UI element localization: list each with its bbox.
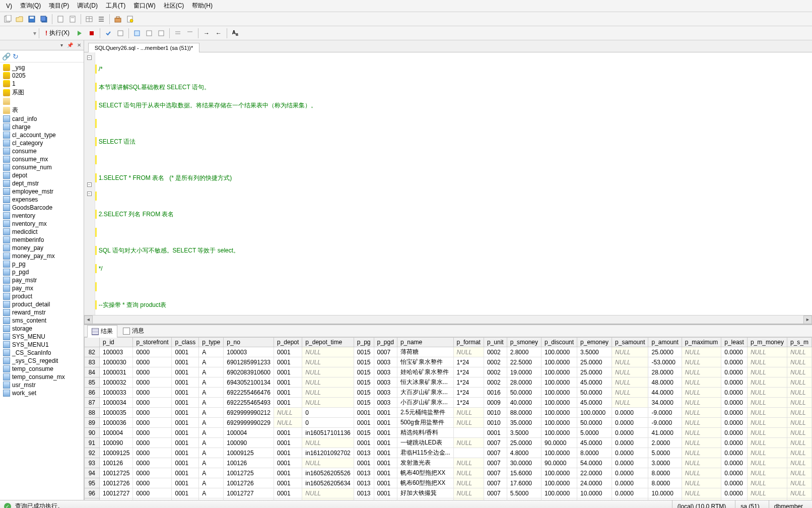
tree-item[interactable]: pay_mx xyxy=(0,284,84,292)
tree-item[interactable]: p_pg xyxy=(0,260,84,268)
table-row[interactable]: 9310012600000001A1001260001NULL00010001发… xyxy=(84,458,811,468)
table-row[interactable]: 8210000300000001A1000030001NULL00150007薄… xyxy=(84,347,811,357)
tree-item[interactable]: work_set xyxy=(0,389,84,397)
tree-item[interactable]: pay_mstr xyxy=(0,276,84,284)
tree-item[interactable]: charge xyxy=(0,123,84,131)
save-all-icon[interactable] xyxy=(38,14,49,25)
tree-item[interactable]: cl_category xyxy=(0,139,84,147)
tree-item[interactable]: 0205 xyxy=(0,72,84,80)
column-header[interactable]: p_s_m xyxy=(787,338,811,347)
column-header[interactable]: p_discount xyxy=(542,338,577,347)
table-row[interactable]: 87100003400000001A69222554654930001NULL0… xyxy=(84,398,811,408)
menu-view[interactable]: V) xyxy=(2,1,16,11)
results-grid[interactable]: p_idp_storefrontp_classp_typep_nop_depot… xyxy=(84,337,812,500)
refresh-icon[interactable]: ↻ xyxy=(13,52,19,60)
table-row[interactable]: 9110009000000001A1000900001NULL00010001一… xyxy=(84,438,811,448)
tree-item[interactable]: card_info xyxy=(0,115,84,123)
tree-item[interactable]: reward_mstr xyxy=(0,308,84,316)
stop-icon[interactable] xyxy=(86,28,97,39)
sql-editor[interactable]: − − − /* 本节课讲解SQL基础教程 SELECT 语句。 SELECT … xyxy=(84,52,812,315)
menu-tools[interactable]: 工具(T) xyxy=(102,0,129,12)
table-row[interactable]: 9010000400000001A1000040001in16051710113… xyxy=(84,428,811,438)
doc2-icon[interactable] xyxy=(67,14,78,25)
menu-window[interactable]: 窗口(W) xyxy=(129,0,159,12)
table-row[interactable]: 84100003100000001A69020839106000001NULL0… xyxy=(84,367,811,377)
results-text-icon[interactable] xyxy=(144,28,155,39)
object-tree[interactable]: _ysg02051系图表card_infochargecl_account_ty… xyxy=(0,62,84,500)
tree-item[interactable]: nventory xyxy=(0,212,84,220)
tree-item[interactable]: money_pay_mx xyxy=(0,252,84,260)
tree-item[interactable]: p_pgd xyxy=(0,268,84,276)
results-file-icon[interactable] xyxy=(156,28,167,39)
column-header[interactable]: p_class xyxy=(172,338,199,347)
debug-play-icon[interactable] xyxy=(74,28,85,39)
tree-item[interactable]: memberinfo xyxy=(0,236,84,244)
messages-tab[interactable]: 消息 xyxy=(118,325,149,337)
tree-item[interactable]: sms_content xyxy=(0,316,84,325)
table-row[interactable]: 951001272600000001A100127260001in1605262… xyxy=(84,478,811,488)
tree-item[interactable]: temp_consume xyxy=(0,365,84,373)
tree-item[interactable]: dept_mstr xyxy=(0,179,84,187)
column-header[interactable] xyxy=(84,338,99,347)
execute-button[interactable]: ! 执行(X) xyxy=(42,27,73,39)
results-tab[interactable]: 结果 xyxy=(87,325,117,338)
doc-icon[interactable] xyxy=(55,14,66,25)
comment-icon[interactable] xyxy=(172,28,183,39)
new-query-icon[interactable] xyxy=(2,14,13,25)
tree-item[interactable]: expenses xyxy=(0,196,84,204)
table-row[interactable]: 89100003600000001A6929999990229NULL00001… xyxy=(84,418,811,428)
tree-item[interactable]: money_pay xyxy=(0,244,84,252)
table-row[interactable]: 941001272500000001A100127250001in1605262… xyxy=(84,468,811,478)
column-header[interactable]: p_smoney xyxy=(507,338,541,347)
tree-item[interactable]: SYS_MENU xyxy=(0,333,84,341)
open-icon[interactable] xyxy=(14,14,25,25)
specify-values-icon[interactable]: AB xyxy=(230,28,241,39)
column-header[interactable]: p_pg xyxy=(354,338,374,347)
close-panel-icon[interactable]: ✕ xyxy=(76,42,83,48)
column-header[interactable]: p_name xyxy=(397,338,453,347)
menu-debug[interactable]: 调试(D) xyxy=(73,0,102,12)
tree-item[interactable]: depot xyxy=(0,171,84,179)
table-row[interactable]: 85100003200000001A69430521001340001NULL0… xyxy=(84,377,811,388)
indent-icon[interactable]: → xyxy=(201,28,212,39)
table-row[interactable]: 83100003000000001A69012859912330001NULL0… xyxy=(84,357,811,367)
column-header[interactable]: p_type xyxy=(199,338,224,347)
column-header[interactable]: p_format xyxy=(453,338,484,347)
plan-icon[interactable] xyxy=(115,28,126,39)
table-icon[interactable] xyxy=(84,14,95,25)
column-header[interactable]: p_no xyxy=(224,338,274,347)
connect-icon[interactable]: 🔗 xyxy=(2,52,11,60)
column-header[interactable]: p_amount xyxy=(648,338,682,347)
editor-hscroll[interactable]: ◄► xyxy=(84,315,812,324)
table-row[interactable]: 88100003500000001A6929999990212NULL00001… xyxy=(84,408,811,418)
tree-item[interactable]: _CS_ScanInfo xyxy=(0,349,84,357)
column-header[interactable]: p_m_money xyxy=(747,338,787,347)
tree-item[interactable]: 表 xyxy=(0,105,84,115)
tree-item[interactable]: cl_account_type xyxy=(0,131,84,139)
column-header[interactable]: p_depot_time xyxy=(302,338,354,347)
toolbox-icon[interactable] xyxy=(112,14,123,25)
tree-item[interactable]: nventory_mx xyxy=(0,220,84,228)
column-header[interactable]: p_id xyxy=(100,338,133,347)
tree-item[interactable]: medicdict xyxy=(0,228,84,236)
table-row[interactable]: 921000912500000001A100091250001in1612010… xyxy=(84,448,811,458)
table-row[interactable]: 961001272700000001A100127270001NULL00130… xyxy=(84,488,811,498)
properties-icon[interactable] xyxy=(124,14,136,25)
tree-item[interactable]: product xyxy=(0,292,84,300)
pin2-icon[interactable]: 📌 xyxy=(65,42,75,48)
results-grid-icon[interactable] xyxy=(131,28,143,39)
list-icon[interactable] xyxy=(96,14,107,25)
tree-item[interactable]: 系图 xyxy=(0,88,84,97)
fold-icon[interactable]: − xyxy=(87,55,92,60)
column-header[interactable]: p_storefront xyxy=(133,338,172,347)
editor-tab[interactable]: SQLQuery26.sql - ...member1 (sa (51))* xyxy=(88,43,200,52)
tree-item[interactable]: temp_consume_mx xyxy=(0,373,84,381)
column-header[interactable]: p_least xyxy=(721,338,748,347)
tree-item[interactable]: _sys_CS_regedit xyxy=(0,357,84,365)
uncomment-icon[interactable] xyxy=(184,28,195,39)
column-header[interactable]: p_depot xyxy=(274,338,302,347)
tree-item[interactable]: consume_mx xyxy=(0,155,84,163)
tree-item[interactable]: consume_num xyxy=(0,163,84,171)
tree-item[interactable]: employee_mstr xyxy=(0,187,84,196)
outdent-icon[interactable]: ← xyxy=(213,28,224,39)
